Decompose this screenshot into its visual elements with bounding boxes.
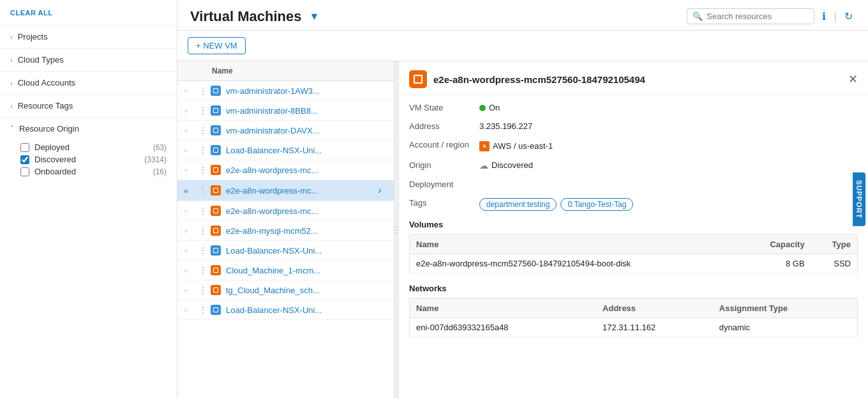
filter-onboarded-label: Onboarded [34, 167, 148, 176]
row-menu-icon[interactable]: ⋮ [197, 105, 209, 116]
row-menu-icon[interactable]: ⋮ [197, 165, 209, 175]
row-menu-icon[interactable]: ⋮ [197, 86, 209, 96]
row-menu-icon[interactable]: ⋮ [197, 145, 209, 155]
origin-text: Discovered [491, 160, 533, 170]
search-icon: 🔍 [692, 11, 703, 21]
main-header: Virtual Machines ▼ 🔍 ℹ | ↻ [177, 0, 868, 31]
vm-icon [209, 105, 222, 116]
networks-section-title: Networks [409, 284, 858, 293]
tags-container: department:testing 0:Tango-Test-Tag [479, 198, 858, 211]
chevron-right-icon: › [10, 33, 13, 41]
detail-vm-state-row: VM State On [409, 103, 858, 112]
vm-name: e2e-a8n-mysql-mcm52... [226, 226, 387, 236]
list-item[interactable]: » ⋮ tg_Cloud_Machine_sch... [177, 280, 394, 300]
sidebar-cloud-types-header[interactable]: › Cloud Types [0, 49, 177, 71]
networks-table: Name Address Assignment Type eni-007dd63… [409, 298, 858, 337]
detail-account-row: Account / region A AWS / us-east-1 [409, 140, 858, 151]
expand-icon[interactable]: « [184, 186, 197, 195]
detail-origin-label: Origin [409, 160, 479, 170]
volumes-col-name: Name [410, 234, 742, 254]
page-title: Virtual Machines [190, 8, 301, 25]
vm-icon [209, 245, 222, 256]
expand-icon[interactable]: » [184, 107, 197, 114]
detail-account-label: Account / region [409, 140, 479, 149]
list-item[interactable]: » ⋮ e2e-a8n-mysql-mcm52... [177, 221, 394, 241]
list-item[interactable]: » ⋮ e2e-a8n-wordpress-mc... [177, 201, 394, 221]
row-menu-icon[interactable]: ⋮ [197, 305, 209, 315]
search-input[interactable] [707, 11, 809, 21]
expand-icon[interactable]: » [184, 286, 197, 294]
content-toolbar: + NEW VM [177, 31, 868, 61]
vm-name: vm-administrator-1AW3... [226, 86, 387, 96]
origin-cloud: ☁ Discovered [479, 160, 858, 171]
clear-all-link[interactable]: CLEAR ALL [10, 9, 52, 17]
list-item[interactable]: « ⋮ e2e-a8n-wordpress-mc... › [177, 180, 394, 201]
state-on-dot [479, 105, 486, 111]
expand-icon[interactable]: » [184, 227, 197, 234]
expand-icon[interactable]: » [184, 166, 197, 174]
sidebar-section-cloud-accounts: › Cloud Accounts [0, 71, 177, 94]
filter-funnel-icon[interactable]: ▼ [309, 11, 319, 22]
filter-deployed-count: (63) [153, 143, 167, 152]
row-menu-icon[interactable]: ⋮ [197, 265, 209, 275]
volume-name: e2e-a8n-wordpress-mcm527560-184792105494… [410, 254, 742, 273]
sidebar-cloud-accounts-header[interactable]: › Cloud Accounts [0, 72, 177, 94]
detail-close-button[interactable]: ✕ [848, 73, 858, 85]
sidebar-resource-tags-header[interactable]: › Resource Tags [0, 95, 177, 117]
list-item[interactable]: » ⋮ Load-Balancer-NSX-Uni... [177, 300, 394, 320]
chevron-right-icon: › [10, 102, 13, 110]
volume-type: SSD [811, 254, 858, 273]
expand-icon[interactable]: » [184, 306, 197, 314]
detail-vm-icon [409, 70, 427, 88]
filter-onboarded-checkbox[interactable] [20, 167, 29, 176]
list-item[interactable]: » ⋮ vm-administrator-8BB8... [177, 101, 394, 121]
network-name: eni-007dd639332165a48 [410, 318, 597, 337]
expand-icon[interactable]: » [184, 266, 197, 274]
filter-onboarded: Onboarded (16) [20, 167, 167, 176]
list-item[interactable]: » ⋮ Load-Balancer-NSX-Uni... [177, 141, 394, 160]
tag-badge: 0:Tango-Test-Tag [560, 198, 633, 211]
filter-deployed-checkbox[interactable] [20, 143, 29, 152]
detail-deployment-label: Deployment [409, 180, 479, 189]
row-menu-icon[interactable]: ⋮ [197, 226, 209, 236]
list-item[interactable]: » ⋮ Load-Balancer-NSX-Uni... [177, 241, 394, 261]
detail-origin-row: Origin ☁ Discovered [409, 160, 858, 171]
filter-discovered-checkbox[interactable] [20, 155, 29, 164]
list-item[interactable]: » ⋮ e2e-a8n-wordpress-mc... [177, 160, 394, 180]
expand-icon[interactable]: » [184, 87, 197, 95]
row-menu-icon[interactable]: ⋮ [197, 206, 209, 216]
vm-list-name-column: Name [212, 66, 387, 75]
support-tab[interactable]: SUPPORT [853, 172, 865, 226]
expand-icon[interactable]: » [184, 146, 197, 154]
list-item[interactable]: » ⋮ vm-administrator-1AW3... [177, 81, 394, 101]
row-menu-icon[interactable]: ⋮ [197, 125, 209, 135]
chevron-right-icon: › [10, 79, 13, 87]
new-vm-button[interactable]: + NEW VM [188, 37, 246, 54]
info-button[interactable]: ℹ [819, 8, 828, 25]
expand-icon[interactable]: » [184, 207, 197, 215]
vm-name: Load-Balancer-NSX-Uni... [226, 146, 387, 155]
expand-icon[interactable]: » [184, 247, 197, 254]
sidebar-resource-origin-header[interactable]: ˅ Resource Origin [0, 118, 177, 140]
sidebar-projects-header[interactable]: › Projects [0, 26, 177, 48]
sidebar-resource-origin-label: Resource Origin [19, 124, 79, 134]
networks-col-assignment: Assignment Type [713, 298, 858, 318]
vm-list-header: Name [177, 61, 394, 81]
row-menu-icon[interactable]: ⋮ [197, 245, 209, 256]
detail-vm-state-label: VM State [409, 103, 479, 112]
vm-icon [209, 305, 222, 315]
refresh-button[interactable]: ↻ [842, 8, 855, 25]
content-body: Name » ⋮ vm-administrator-1AW3... » ⋮ [177, 61, 868, 398]
filter-deployed: Deployed (63) [20, 142, 167, 152]
list-item[interactable]: » ⋮ Cloud_Machine_1-mcm... [177, 261, 394, 280]
list-item[interactable]: » ⋮ vm-administrator-DAVX... [177, 121, 394, 141]
vm-name: tg_Cloud_Machine_sch... [226, 286, 387, 295]
row-menu-icon[interactable]: ⋮ [197, 285, 209, 295]
toolbar: 🔍 ℹ | ↻ [687, 8, 855, 25]
sidebar-resource-origin-content: Deployed (63) Discovered (3314) Onboarde… [0, 140, 177, 184]
volumes-col-type: Type [811, 234, 858, 254]
vm-icon [209, 285, 222, 295]
expand-icon[interactable]: » [184, 126, 197, 134]
vm-list: Name » ⋮ vm-administrator-1AW3... » ⋮ [177, 61, 394, 398]
row-menu-icon[interactable]: ⋮ [197, 185, 209, 195]
